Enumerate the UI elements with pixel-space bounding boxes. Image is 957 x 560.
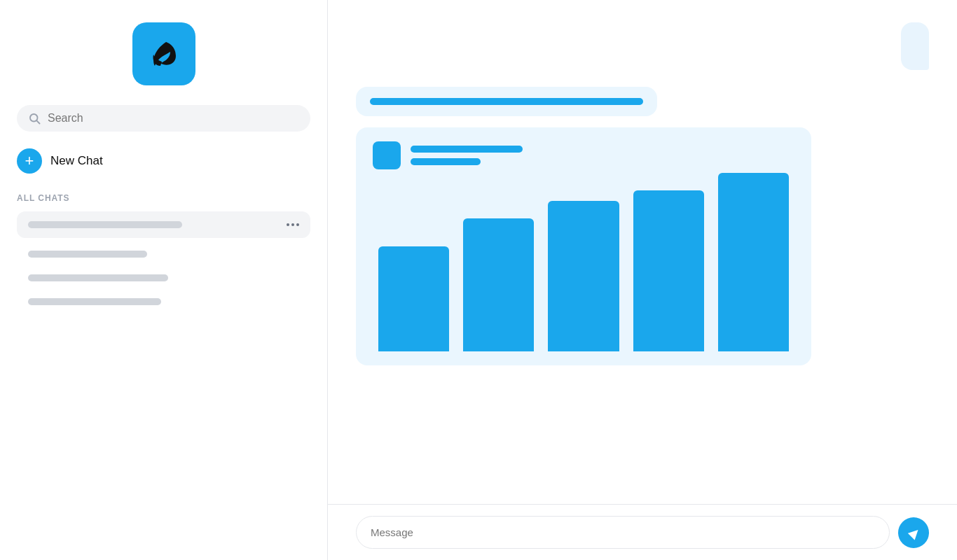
message-input[interactable] [356,516,890,549]
list-item[interactable] [17,291,310,312]
new-chat-label: New Chat [50,154,103,168]
chart-title-line-short [411,158,481,165]
chat-item-active[interactable] [17,211,310,238]
chat-item-line [28,221,182,228]
chart-title [411,146,523,165]
new-chat-button[interactable]: + New Chat [17,146,310,176]
send-icon: ▶ [905,524,923,541]
message-bar: ▶ [328,504,957,560]
logo-container [17,22,310,85]
bar-1 [378,246,449,351]
search-bar[interactable] [17,105,310,132]
sidebar: + New Chat ALL CHATS [0,0,328,560]
plus-icon: + [17,148,42,174]
assistant-response [356,87,811,365]
chat-item-line [28,251,147,258]
chart-icon-box [373,141,401,169]
all-chats-label: ALL CHATS [17,193,310,203]
text-response-card [356,87,657,116]
send-button[interactable]: ▶ [898,517,929,548]
chart-card [356,127,811,365]
more-options-button[interactable] [287,223,299,226]
list-item[interactable] [17,244,310,265]
bar-4 [633,190,704,351]
chart-title-line-long [411,146,523,153]
app-logo [132,22,195,85]
chat-messages [328,0,957,504]
bar-3 [548,201,619,351]
search-icon [28,112,41,125]
svg-line-1 [36,120,39,123]
user-message [901,22,929,70]
chart-header [373,141,794,169]
bar-2 [463,218,534,351]
chat-item-line [28,274,168,281]
main-content: ▶ [328,0,957,560]
chat-item-line [28,298,161,305]
bar-5 [718,173,789,351]
bar-chart [373,183,794,351]
logo-icon [145,35,183,73]
response-line [370,98,643,105]
search-input[interactable] [48,112,299,125]
list-item[interactable] [17,267,310,288]
